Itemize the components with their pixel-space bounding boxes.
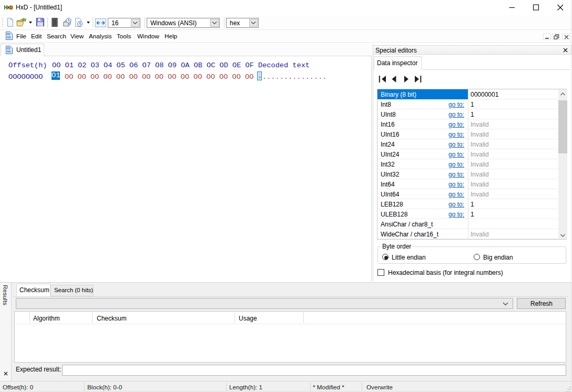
svg-text:AO: AO [7,36,11,39]
svg-text:AO: AO [7,50,11,53]
svg-text:D: D [9,6,12,9]
